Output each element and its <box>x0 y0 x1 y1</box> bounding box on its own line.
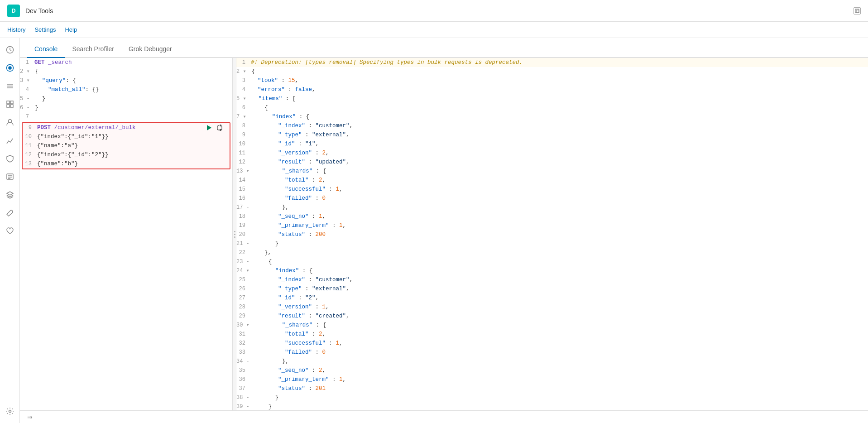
line-num-5: 5 - <box>20 94 35 103</box>
resp-line-content-13: "_shards" : { <box>255 167 864 176</box>
window-controls <box>854 7 861 15</box>
line-num-3: 3 ▾ <box>20 76 35 85</box>
status-arrow[interactable]: ⇒ <box>27 413 33 421</box>
resp-line-num-9: 9 <box>236 130 251 139</box>
svg-point-4 <box>9 67 11 69</box>
resp-line-num-2: 2 ▾ <box>236 67 252 76</box>
menu-help[interactable]: Help <box>65 24 77 35</box>
line-content-9: POST /customer/external/_bulk <box>37 123 204 132</box>
sidebar-icon-clock[interactable] <box>2 42 18 58</box>
resp-line-num-22: 22 <box>236 248 251 257</box>
line-num-7: 7 <box>20 112 34 121</box>
response-line-10: 10 "_id" : "1", <box>236 139 868 149</box>
resp-line-num-30: 30 ▾ <box>236 321 255 330</box>
sidebar-icon-list[interactable] <box>2 168 18 185</box>
resp-line-content-28: "_version" : 1, <box>251 303 864 312</box>
line-num-13: 13 <box>23 159 37 168</box>
editor-line-12: 12 {"index":{"_id":"2"}} <box>23 150 230 159</box>
response-line-34: 34 - }, <box>236 357 868 366</box>
sidebar <box>0 38 20 423</box>
resp-line-content-36: "_primary_term" : 1, <box>251 375 864 384</box>
sidebar-icon-analytics[interactable] <box>2 132 18 149</box>
resp-line-num-32: 32 <box>236 339 251 348</box>
response-line-7: 7 ▾ "index" : { <box>236 112 868 121</box>
response-line-6: 6 { <box>236 103 868 112</box>
response-line-15: 15 "successful" : 1, <box>236 185 868 194</box>
response-line-39: 39 - } <box>236 402 868 410</box>
resp-line-content-18: "_seq_no" : 1, <box>251 212 864 221</box>
resp-line-num-25: 25 <box>236 275 251 284</box>
resp-line-num-38: 38 - <box>236 393 255 402</box>
response-panel: 1 #! Deprecation: [types removal] Specif… <box>236 58 868 410</box>
resp-line-num-8: 8 <box>236 121 251 130</box>
editor-code-area[interactable]: 1 GET _search 2 ▾ { 3 ▾ "query": { <box>20 58 232 410</box>
response-line-31: 31 "total" : 2, <box>236 330 868 339</box>
panel-divider[interactable] <box>233 58 236 410</box>
resp-line-num-28: 28 <box>236 303 251 312</box>
resp-line-content-19: "_primary_term" : 1, <box>251 221 864 230</box>
sidebar-icon-wrench[interactable] <box>2 205 18 221</box>
editor-line-6: 6 - } <box>20 103 232 112</box>
resp-line-content-7: "index" : { <box>252 112 864 121</box>
svg-rect-11 <box>10 105 13 107</box>
resp-line-num-19: 19 <box>236 221 251 230</box>
copy-button[interactable] <box>215 123 224 132</box>
sidebar-icon-menu[interactable] <box>2 78 18 94</box>
editor-panel: 1 GET _search 2 ▾ { 3 ▾ "query": { <box>20 58 233 410</box>
sidebar-icon-heart[interactable] <box>2 223 18 239</box>
editor-line-1: 1 GET _search <box>20 58 232 67</box>
resp-line-content-14: "total" : 2, <box>251 176 864 185</box>
resp-line-num-20: 20 <box>236 230 251 239</box>
resp-line-num-23: 23 - <box>236 257 255 266</box>
svg-rect-1 <box>856 10 859 13</box>
window-resize-icon[interactable] <box>854 7 861 14</box>
resp-line-content-27: "_id" : "2", <box>251 293 864 303</box>
line-num-4: 4 <box>20 85 34 94</box>
svg-rect-10 <box>7 105 10 107</box>
sidebar-icon-home[interactable] <box>2 60 18 76</box>
sidebar-icon-stack[interactable] <box>2 187 18 203</box>
menu-history[interactable]: History <box>7 24 25 35</box>
resp-line-content-29: "result" : "created", <box>251 312 864 321</box>
resp-line-num-11: 11 <box>236 149 251 158</box>
response-line-24: 24 ▾ "index" : { <box>236 266 868 275</box>
resp-line-content-20: "status" : 200 <box>251 230 864 239</box>
response-line-33: 33 "failed" : 0 <box>236 348 868 357</box>
menu-settings[interactable]: Settings <box>34 24 56 35</box>
content-area: Console Search Profiler Grok Debugger 1 … <box>20 38 868 423</box>
sidebar-icon-grid[interactable] <box>2 96 18 112</box>
line-num-10: 10 <box>23 132 37 141</box>
line-actions <box>204 123 226 132</box>
resp-line-content-1: #! Deprecation: [types removal] Specifyi… <box>251 58 864 67</box>
sidebar-icon-settings[interactable] <box>2 403 18 419</box>
resp-line-num-6: 6 <box>236 103 251 112</box>
resp-line-content-4: "errors" : false, <box>251 85 864 94</box>
response-line-12: 12 "result" : "updated", <box>236 158 868 167</box>
resp-line-num-29: 29 <box>236 312 251 321</box>
response-line-16: 16 "failed" : 0 <box>236 194 868 203</box>
run-button[interactable] <box>204 123 213 132</box>
divider-handle <box>234 231 235 238</box>
svg-point-20 <box>220 130 221 131</box>
sidebar-icon-user[interactable] <box>2 114 18 130</box>
response-code-area[interactable]: 1 #! Deprecation: [types removal] Specif… <box>236 58 868 410</box>
resp-line-content-10: "_id" : "1", <box>251 139 864 149</box>
tab-grok-debugger[interactable]: Grok Debugger <box>121 41 179 58</box>
console-panels: 1 GET _search 2 ▾ { 3 ▾ "query": { <box>20 58 868 410</box>
editor-line-13: 13 {"name":"b"} <box>23 159 230 168</box>
line-num-6: 6 - <box>20 103 35 112</box>
line-content-3: "query": { <box>35 76 229 85</box>
tab-search-profiler[interactable]: Search Profiler <box>65 41 121 58</box>
resp-line-content-17: }, <box>255 203 864 212</box>
svg-marker-18 <box>207 125 211 130</box>
response-line-22: 22 }, <box>236 248 868 257</box>
line-content-4: "match_all": {} <box>34 85 229 94</box>
response-line-4: 4 "errors" : false, <box>236 85 868 94</box>
resp-line-num-36: 36 <box>236 375 251 384</box>
tab-console[interactable]: Console <box>27 41 65 58</box>
app-title: Dev Tools <box>25 7 53 14</box>
response-line-2: 2 ▾ { <box>236 67 868 76</box>
resp-line-num-34: 34 - <box>236 357 255 366</box>
resp-line-content-11: "_version" : 2, <box>251 149 864 158</box>
sidebar-icon-shield[interactable] <box>2 150 18 167</box>
